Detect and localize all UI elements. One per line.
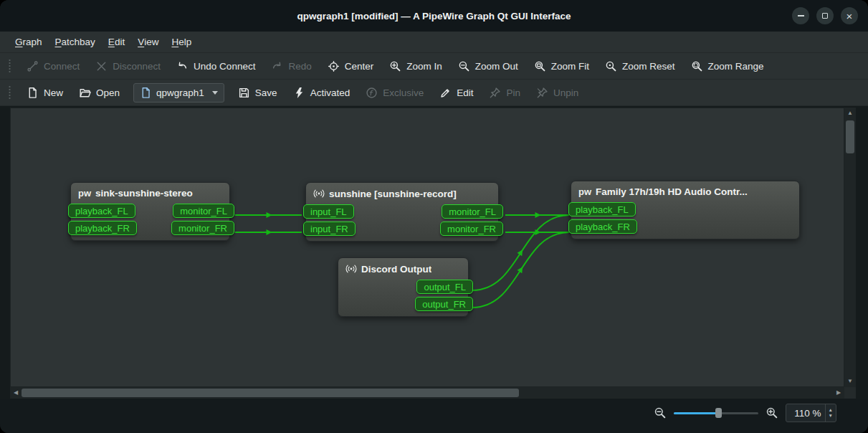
open-label: Open [96,87,120,98]
graph-canvas[interactable]: pw sink-sunshine-stereo playback_FL play… [10,108,844,387]
edit-button[interactable]: Edit [433,82,480,103]
zoom-in-button[interactable]: Zoom In [383,56,449,77]
connection-wire[interactable] [472,232,569,308]
minimize-icon [798,15,804,16]
titlebar[interactable]: qpwgraph1 [modified] — A PipeWire Graph … [0,0,868,32]
activated-button[interactable]: Activated [287,82,357,103]
spin-down-icon[interactable]: ▼ [829,414,833,419]
toolbar-patchbay: New Open qpwgraph1 Save Activated Exclus… [0,80,868,106]
connection-arrow-icon [267,212,272,218]
vertical-scroll-thumb[interactable] [846,120,854,153]
new-button[interactable]: New [20,82,70,103]
node-discord-output[interactable]: Discord Output output_FL output_FR [338,257,469,317]
zoom-out-icon [458,60,470,72]
pin-button[interactable]: Pin [482,82,527,103]
port-playback-fr[interactable]: playback_FR [68,221,137,235]
port-playback-fl[interactable]: playback_FL [568,202,636,217]
port-input-fl[interactable]: input_FL [303,204,354,219]
undo-connect-button[interactable]: Undo Connect [170,56,262,77]
node-title: sink-sunshine-stereo [95,188,193,199]
zoom-slider-handle[interactable] [715,408,722,418]
port-playback-fl[interactable]: playback_FL [68,204,135,218]
unpin-button[interactable]: Unpin [530,82,585,103]
save-label: Save [255,87,277,98]
application-icon [313,188,325,199]
exclusive-icon [366,87,378,99]
zoom-slider[interactable] [674,406,758,420]
spin-up-icon[interactable]: ▲ [829,408,833,413]
ports-row: playback_FL playback_FR [571,200,799,239]
port-output-fr[interactable]: output_FR [415,297,473,311]
port-monitor-fl[interactable]: monitor_FL [173,204,234,218]
zoom-range-label: Zoom Range [708,61,764,72]
zoom-out-icon[interactable] [654,406,667,419]
zoom-reset-button[interactable]: Zoom Reset [598,56,682,77]
scroll-left-icon[interactable]: ◀ [10,387,22,399]
new-label: New [44,87,63,98]
vertical-scrollbar[interactable]: ▲ ▼ [844,108,856,387]
maximize-button[interactable] [816,7,834,24]
open-button[interactable]: Open [72,82,126,103]
scroll-up-icon[interactable]: ▲ [844,108,856,119]
connect-icon [27,60,39,72]
toolbar-handle[interactable] [8,85,11,100]
connection-arrow-icon [518,265,525,273]
port-monitor-fr[interactable]: monitor_FR [171,221,234,235]
zoom-range-button[interactable]: Zoom Range [685,56,771,77]
disconnect-button[interactable]: Disconnect [89,56,167,77]
connection-arrow-icon [535,212,541,218]
scroll-down-icon[interactable]: ▼ [844,376,856,387]
node-title: Discord Output [361,264,431,275]
zoom-value-input[interactable] [786,404,825,422]
close-icon: × [846,11,853,22]
close-button[interactable]: × [841,7,858,24]
connection-arrow-icon [267,229,272,235]
zoom-slider-fill [674,412,718,414]
exclusive-button[interactable]: Exclusive [359,82,430,103]
pipewire-icon: pw [578,186,591,197]
connection-arrow-icon [518,248,525,256]
node-header: pw Family 17h/19h HD Audio Contr... [571,181,799,200]
node-sunshine[interactable]: sunshine [sunshine-record] input_FL inpu… [305,182,499,242]
horizontal-scrollbar[interactable]: ◀ ▶ [10,387,844,399]
zoom-fit-button[interactable]: Zoom Fit [528,56,596,77]
menu-patchbay[interactable]: Patchbay [49,32,102,52]
minimize-button[interactable] [792,7,809,24]
zoom-in-icon[interactable] [766,406,778,419]
pin-label: Pin [506,87,520,98]
unpin-label: Unpin [553,87,578,98]
pin-icon [489,87,501,99]
node-header: sunshine [sunshine-record] [306,183,498,202]
node-title: Family 17h/19h HD Audio Contr... [596,186,748,197]
node-family-hd-audio[interactable]: pw Family 17h/19h HD Audio Contr... play… [571,181,800,239]
patchbay-file-icon [140,87,152,99]
ports-row: input_FL input_FR monitor_FL monitor_FR [306,202,498,241]
zoom-out-button[interactable]: Zoom Out [452,56,525,77]
port-monitor-fl[interactable]: monitor_FL [442,204,503,219]
redo-button[interactable]: Redo [264,56,318,77]
menu-help[interactable]: Help [165,32,198,52]
patchbay-combobox[interactable]: qpwgraph1 [133,83,224,103]
center-button[interactable]: Center [321,56,381,77]
disconnect-label: Disconnect [113,61,161,72]
zoom-reset-label: Zoom Reset [622,61,675,72]
save-button[interactable]: Save [232,82,284,103]
toolbar-handle[interactable] [8,58,11,74]
application-icon [345,263,357,275]
chevron-down-icon [212,91,218,95]
menu-view[interactable]: View [131,32,165,52]
port-input-fr[interactable]: input_FR [303,222,356,236]
horizontal-scroll-thumb[interactable] [22,389,519,397]
port-monitor-fr[interactable]: monitor_FR [440,222,503,236]
port-output-fl[interactable]: output_FL [416,280,473,294]
menu-edit[interactable]: Edit [102,32,131,52]
connect-button[interactable]: Connect [20,56,86,77]
node-sink-sunshine-stereo[interactable]: pw sink-sunshine-stereo playback_FL play… [70,182,230,241]
menubar: Graph Patchbay Edit View Help [0,32,868,53]
app-window: qpwgraph1 [modified] — A PipeWire Graph … [0,0,868,433]
zoom-out-label: Zoom Out [475,61,518,72]
menu-graph[interactable]: Graph [9,32,49,52]
port-playback-fr[interactable]: playback_FR [568,219,637,234]
new-file-icon [27,87,39,99]
scroll-right-icon[interactable]: ▶ [833,387,844,399]
